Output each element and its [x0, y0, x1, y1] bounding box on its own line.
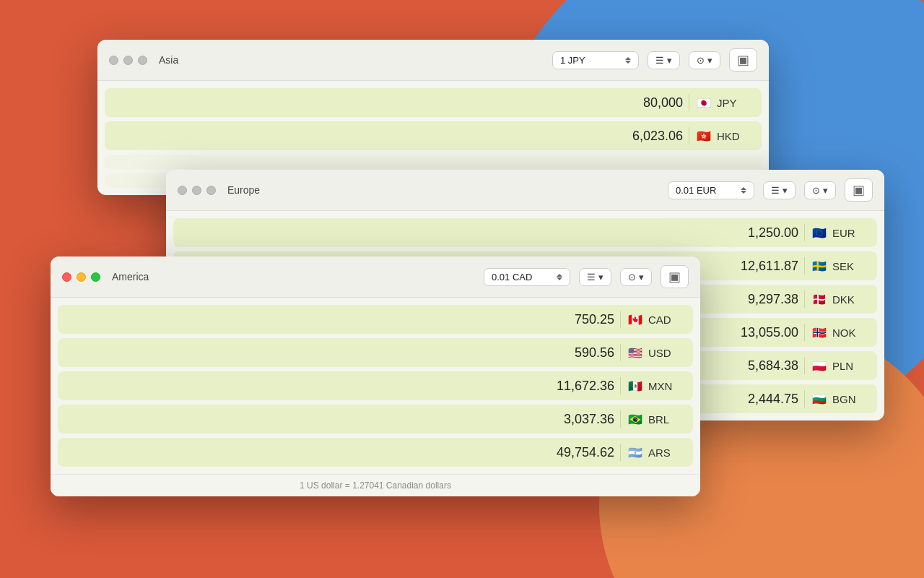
stepper-down-europe[interactable] [741, 191, 746, 194]
flag-brl: 🇧🇷 [627, 413, 644, 426]
code-ars: ARS [648, 447, 671, 459]
traffic-lights-asia [109, 56, 147, 65]
exchange-rate-label: 1 US dollar = 1.27041 Canadian dollars [300, 480, 451, 491]
flag-code-bgn: 🇧🇬 BGN [811, 392, 868, 405]
row-mxn[interactable]: 11,672.36 🇲🇽 MXN [58, 371, 693, 400]
code-usd: USD [648, 347, 671, 359]
flag-cad: 🇨🇦 [627, 313, 644, 326]
row-usd[interactable]: 590.56 🇺🇸 USD [58, 338, 693, 367]
minimize-button-europe[interactable] [192, 186, 201, 195]
minimize-button-america[interactable] [77, 272, 86, 282]
currency-input-europe: 0.01 EUR [676, 185, 716, 196]
stepper-down-asia[interactable] [625, 61, 631, 64]
row-brl[interactable]: 3,037.36 🇧🇷 BRL [58, 405, 693, 434]
divider-ars [620, 444, 621, 461]
list-chevron-america: ▾ [598, 272, 603, 282]
row-ars[interactable]: 49,754.62 🇦🇷 ARS [58, 438, 693, 467]
currency-input-asia: 1 JPY [560, 55, 585, 66]
divider-mxn [620, 377, 621, 394]
maximize-button-asia[interactable] [138, 56, 147, 65]
more-chevron-asia: ▾ [707, 55, 712, 66]
row-asia-3 [105, 155, 762, 169]
divider-eur [804, 224, 805, 241]
flag-code-eur: 🇪🇺 EUR [811, 226, 868, 239]
traffic-lights-america [62, 272, 100, 282]
divider-dkk [804, 290, 805, 308]
flag-code-usd: 🇺🇸 USD [627, 346, 684, 359]
divider-nok [804, 324, 805, 341]
window-title-asia: Asia [159, 54, 544, 66]
sidebar-toggle-europe[interactable]: ▣ [845, 178, 873, 202]
minimize-button-asia[interactable] [123, 56, 133, 65]
list-menu-europe[interactable]: ☰ ▾ [763, 181, 796, 199]
divider-usd [620, 344, 621, 361]
flag-bgn: 🇧🇬 [811, 392, 828, 405]
code-sek: SEK [832, 260, 854, 272]
more-menu-asia[interactable]: ⊙ ▾ [689, 51, 720, 69]
stepper-arrows-europe[interactable] [741, 187, 746, 194]
flag-jpy: 🇯🇵 [695, 96, 712, 109]
flag-eur: 🇪🇺 [811, 226, 828, 239]
divider-sek [804, 257, 805, 275]
amount-brl: 3,037.36 [66, 412, 614, 427]
maximize-button-europe[interactable] [206, 186, 216, 195]
divider-brl [620, 410, 621, 428]
code-jpy: JPY [717, 97, 737, 109]
code-pln: PLN [832, 360, 853, 372]
code-mxn: MXN [648, 380, 672, 392]
sidebar-icon-europe: ▣ [853, 182, 865, 198]
maximize-button-america[interactable] [91, 272, 100, 282]
close-button-europe[interactable] [178, 186, 187, 195]
amount-usd: 590.56 [66, 345, 614, 361]
divider-hkd [689, 127, 689, 144]
flag-code-sek: 🇸🇪 SEK [811, 259, 868, 272]
flag-code-cad: 🇨🇦 CAD [627, 313, 684, 326]
close-button-asia[interactable] [109, 56, 118, 65]
window-america: America 0.01 CAD ☰ ▾ ⊙ ▾ ▣ 750.25 🇨🇦 CAD [51, 256, 700, 496]
row-eur[interactable]: 1,250.00 🇪🇺 EUR [173, 218, 877, 247]
code-eur: EUR [832, 227, 855, 239]
list-icon-asia: ☰ [655, 55, 664, 66]
more-icon-america: ⊙ [628, 272, 636, 282]
flag-hkd: 🇭🇰 [695, 129, 712, 142]
amount-jpy: 80,000 [113, 95, 683, 111]
flag-pln: 🇵🇱 [811, 359, 828, 372]
amount-cad: 750.25 [66, 312, 614, 327]
stepper-up-europe[interactable] [741, 187, 746, 190]
stepper-up-america[interactable] [557, 274, 562, 277]
list-icon-europe: ☰ [771, 185, 780, 196]
traffic-lights-europe [178, 186, 216, 195]
row-hkd[interactable]: 6,023.06 🇭🇰 HKD [105, 121, 762, 150]
more-icon-europe: ⊙ [812, 185, 820, 196]
list-menu-asia[interactable]: ☰ ▾ [648, 51, 680, 69]
currency-stepper-asia[interactable]: 1 JPY [552, 51, 639, 69]
flag-usd: 🇺🇸 [627, 346, 644, 359]
sidebar-icon-america: ▣ [668, 269, 681, 285]
more-chevron-europe: ▾ [823, 185, 828, 196]
amount-mxn: 11,672.36 [66, 379, 614, 394]
code-nok: NOK [832, 327, 856, 339]
amount-ars: 49,754.62 [66, 445, 614, 460]
row-jpy[interactable]: 80,000 🇯🇵 JPY [105, 88, 762, 117]
currency-stepper-america[interactable]: 0.01 CAD [484, 268, 570, 286]
more-chevron-america: ▾ [639, 272, 644, 282]
amount-eur: 1,250.00 [182, 225, 798, 241]
stepper-up-asia[interactable] [625, 57, 631, 60]
stepper-arrows-asia[interactable] [625, 57, 631, 64]
row-cad[interactable]: 750.25 🇨🇦 CAD [58, 305, 693, 334]
status-bar-america: 1 US dollar = 1.27041 Canadian dollars [51, 474, 700, 496]
list-menu-america[interactable]: ☰ ▾ [579, 268, 611, 286]
stepper-down-america[interactable] [557, 277, 562, 280]
more-menu-europe[interactable]: ⊙ ▾ [804, 181, 836, 199]
more-menu-america[interactable]: ⊙ ▾ [620, 268, 652, 286]
divider-jpy [689, 94, 689, 111]
flag-code-nok: 🇳🇴 NOK [811, 326, 868, 339]
window-title-europe: Europe [227, 184, 659, 196]
sidebar-toggle-asia[interactable]: ▣ [729, 48, 757, 72]
stepper-arrows-america[interactable] [557, 274, 562, 280]
flag-code-hkd: 🇭🇰 HKD [695, 129, 753, 142]
currency-stepper-europe[interactable]: 0.01 EUR [668, 181, 754, 199]
close-button-america[interactable] [62, 272, 71, 282]
flag-code-dkk: 🇩🇰 DKK [811, 293, 868, 306]
sidebar-toggle-america[interactable]: ▣ [661, 265, 689, 288]
